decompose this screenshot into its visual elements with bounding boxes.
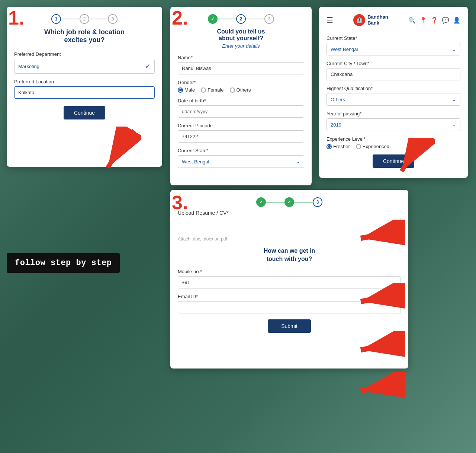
- pincode-label: Current Pincode: [178, 123, 304, 128]
- bandhan-icon-group: 🔍 📍 ❓ 💬 👤: [408, 17, 460, 24]
- gender-radio-group: Male Female Others: [178, 87, 304, 93]
- step2-dot3: 3: [264, 14, 274, 24]
- step1-dot1: 1: [51, 14, 61, 24]
- step3-card: ✓ ✓ 3 Upload Resume / CV* 📎 Attach .doc,…: [170, 190, 408, 369]
- arrow6-svg: [331, 372, 405, 402]
- gender-female-label: Female: [208, 87, 223, 93]
- mobile-input[interactable]: [178, 276, 401, 288]
- attach-hint: Attach .doc, .docx or .pdf: [178, 236, 401, 242]
- gender-female[interactable]: Female: [201, 87, 223, 93]
- upload-area[interactable]: 📎: [178, 218, 401, 234]
- gender-male[interactable]: Male: [178, 87, 195, 93]
- contact-title: How can we get in touch with you?: [178, 247, 401, 264]
- follow-text: follow step by step: [15, 258, 112, 268]
- year-label: Year of passing*: [327, 111, 460, 117]
- exp-fresher[interactable]: Fresher: [327, 144, 350, 149]
- step2-line1: [218, 19, 236, 19]
- step3-dot3: 3: [313, 197, 322, 207]
- bandhan-logo: 🏦 Bandhan Bank: [353, 14, 388, 26]
- city-group: Current City / Town*: [327, 61, 460, 80]
- upload-empty: [183, 223, 184, 229]
- qualification-group: Highest Qualification* Others ⌄: [327, 86, 460, 106]
- bandhan-name: Bandhan: [367, 14, 388, 20]
- gender-male-inner: [179, 89, 182, 91]
- step3-indicator: ✓ ✓ 3: [178, 197, 401, 207]
- bank-state-value: West Bengal: [331, 47, 358, 52]
- dob-input[interactable]: [178, 105, 304, 118]
- step1-title: Which job role & location excites you?: [14, 28, 155, 44]
- step2-subtitle: Enter your details: [178, 43, 304, 49]
- loc-group: Preferred Location: [14, 79, 155, 99]
- qualification-select[interactable]: Others ⌄: [327, 93, 460, 106]
- step2-line2: [246, 19, 264, 19]
- bandhan-sub: Bank: [367, 20, 388, 26]
- submit-button[interactable]: Submit: [268, 319, 311, 333]
- bank-state-chevron-icon: ⌄: [452, 46, 456, 52]
- bandhan-logo-icon: 🏦: [353, 14, 365, 26]
- qualification-value: Others: [331, 97, 345, 102]
- chat-icon[interactable]: 💬: [442, 17, 449, 24]
- exp-group: Experience Level* Fresher Experienced: [327, 136, 460, 149]
- pincode-group: Current Pincode: [178, 123, 304, 143]
- name-input[interactable]: [178, 62, 304, 74]
- dept-select-wrapper[interactable]: Marketing ✓: [14, 59, 155, 74]
- dept-label: Preferred Department: [14, 51, 155, 57]
- dob-group: Date of birth*: [178, 98, 304, 118]
- step1-continue-button[interactable]: Continue: [64, 106, 105, 119]
- dept-value: Marketing: [18, 64, 39, 69]
- step3-line2: [294, 202, 313, 202]
- year-select-wrapper[interactable]: 2019 ⌄: [327, 118, 460, 131]
- pincode-input[interactable]: [178, 130, 304, 143]
- email-label: Email ID*: [178, 294, 401, 299]
- step2-dot2: 2: [236, 14, 246, 24]
- menu-icon[interactable]: ☰: [327, 16, 333, 25]
- loc-input[interactable]: [14, 86, 155, 99]
- user-icon[interactable]: 👤: [453, 17, 460, 24]
- dept-select[interactable]: Marketing ✓: [14, 59, 155, 74]
- year-group: Year of passing* 2019 ⌄: [327, 111, 460, 131]
- year-value: 2019: [331, 122, 341, 128]
- state-select-wrapper[interactable]: West Bengal ⌄: [178, 155, 304, 168]
- state-chevron-icon: ⌄: [296, 159, 300, 165]
- search-icon[interactable]: 🔍: [408, 17, 416, 24]
- gender-others[interactable]: Others: [230, 87, 251, 93]
- qualification-label: Highest Qualification*: [327, 86, 460, 91]
- city-label: Current City / Town*: [327, 61, 460, 66]
- step2-dot1: ✓: [208, 14, 218, 24]
- gender-female-circle: [201, 87, 206, 93]
- step2-question: Could you tell us about yourself?: [178, 28, 304, 42]
- step2-indicator: ✓ 2 3: [178, 14, 304, 24]
- help-icon[interactable]: ❓: [431, 17, 438, 24]
- email-input[interactable]: [178, 301, 401, 313]
- location-icon[interactable]: 📍: [419, 17, 427, 24]
- mobile-group: Mobile no.*: [178, 269, 401, 288]
- upload-label: Upload Resume / CV*: [178, 210, 401, 216]
- gender-group: Gender* Male Female Others: [178, 80, 304, 93]
- bandhan-header: ☰ 🏦 Bandhan Bank 🔍 📍 ❓ 💬 👤: [327, 14, 460, 30]
- step1-number: 1.: [8, 8, 24, 28]
- name-group: Name*: [178, 55, 304, 74]
- bandhan-logo-text: Bandhan Bank: [367, 14, 388, 26]
- step3-dot1: ✓: [256, 197, 266, 207]
- loc-label: Preferred Location: [14, 79, 155, 84]
- mobile-label: Mobile no.*: [178, 269, 401, 274]
- state-select[interactable]: West Bengal ⌄: [178, 155, 304, 168]
- gender-male-circle: [178, 87, 183, 93]
- city-input[interactable]: [327, 68, 460, 80]
- year-select[interactable]: 2019 ⌄: [327, 118, 460, 131]
- qualification-select-wrapper[interactable]: Others ⌄: [327, 93, 460, 106]
- exp-experienced[interactable]: Experienced: [356, 144, 389, 149]
- bank-state-select-wrapper[interactable]: West Bengal ⌄: [327, 43, 460, 55]
- dept-group: Preferred Department Marketing ✓: [14, 51, 155, 74]
- upload-group: Upload Resume / CV* 📎 Attach .doc, .docx…: [178, 210, 401, 242]
- exp-experienced-label: Experienced: [363, 144, 389, 149]
- step1-line2: [89, 19, 108, 19]
- dob-label: Date of birth*: [178, 98, 304, 103]
- step3-line1: [266, 202, 284, 202]
- dept-chevron-icon: ✓: [145, 62, 151, 70]
- year-chevron-icon: ⌄: [452, 122, 456, 128]
- step1-line1: [61, 19, 80, 19]
- bank-continue-button[interactable]: Continue: [373, 154, 414, 168]
- bank-state-select[interactable]: West Bengal ⌄: [327, 43, 460, 55]
- bank-state-group: Current State* West Bengal ⌄: [327, 35, 460, 55]
